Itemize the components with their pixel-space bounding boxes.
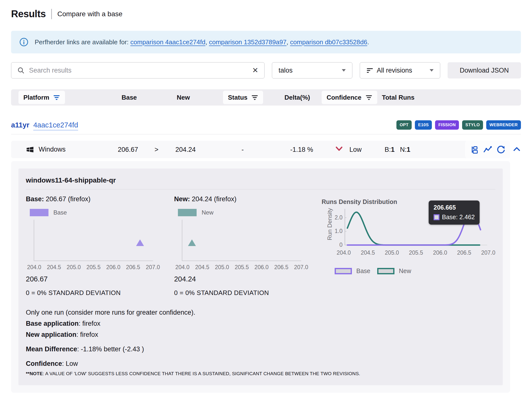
base-stddev: 0 = 0% STANDARD DEVIATION: [26, 289, 174, 297]
base-chart-legend: Base: [30, 209, 174, 216]
filter-icon: [366, 67, 373, 74]
x-axis-tick: 204.0: [27, 264, 41, 271]
info-icon: [19, 38, 28, 46]
column-header-base: Base: [122, 94, 137, 101]
density-plot: Run Density 2.0 1.0 0 206.665 Base: 2.46…: [344, 208, 487, 247]
row-actions: [465, 141, 510, 158]
new-legend-label: New: [202, 209, 213, 216]
chevron-down-icon: [342, 69, 346, 72]
y-axis-tick: 1.0: [328, 228, 343, 234]
comparison-link-1[interactable]: comparison 4aac1ce274fd: [130, 38, 205, 46]
results-table-header: Platform Base New Status Delta(%) Confid…: [11, 89, 521, 106]
clear-search-button[interactable]: ✕: [252, 67, 258, 74]
base-application: Base application: firefox: [26, 320, 495, 327]
base-value: 206.67: [118, 146, 138, 153]
disclaimer-text: : A VALUE OF 'LOW' SUGGESTS LESS CONFIDE…: [43, 371, 360, 376]
x-axis-tick: 205.0: [215, 264, 229, 271]
base-label: Base:: [26, 195, 44, 203]
status-value: -: [242, 146, 244, 153]
x-axis-tick: 206.0: [254, 264, 269, 271]
tag-e10s: E10S: [415, 120, 432, 130]
platform-cell: Windows: [26, 145, 66, 154]
x-axis-tick: 207.0: [294, 264, 308, 271]
new-runs-count: 1: [407, 146, 410, 153]
base-runs-count: 1: [391, 146, 395, 153]
revisions-select[interactable]: All revisions: [360, 62, 440, 78]
x-axis-tick: 205.5: [235, 264, 249, 271]
status-filter-button[interactable]: Status: [223, 91, 263, 104]
page-header: Results Compare with a base: [11, 8, 521, 19]
density-y-axis-label: Run Density: [326, 200, 333, 249]
new-stddev: 0 = 0% STANDARD DEVIATION: [174, 289, 321, 297]
controls-row: ✕ talos All revisions Download JSON: [11, 62, 521, 78]
info-banner: Perfherder links are available for: comp…: [11, 31, 521, 53]
confidence-note-value: : Low: [62, 360, 78, 367]
test-name: windows11-64-shippable-qr: [26, 176, 495, 184]
banner-separator: ,: [205, 38, 209, 46]
page-subtitle: Compare with a base: [57, 10, 123, 18]
x-axis-tick: 206.0: [106, 264, 121, 271]
platform-filter-button[interactable]: Platform: [18, 91, 65, 104]
base-runs-label: B:: [385, 146, 391, 153]
expanded-row-section: windows11-64-shippable-qr Base: 206.67 (…: [11, 161, 510, 393]
new-runs-chart: [182, 220, 301, 261]
column-header-status: Status: [228, 94, 247, 101]
download-json-button[interactable]: Download JSON: [448, 62, 521, 78]
new-application-value: : firefox: [77, 331, 98, 338]
framework-value: talos: [279, 67, 293, 74]
confidence-note: Confidence: Low: [26, 360, 495, 368]
base-mean-value: 206.67: [26, 275, 174, 283]
x-axis-tick: 204.0: [337, 249, 351, 256]
x-axis-tick: 205.0: [385, 249, 399, 256]
base-heading: Base: 206.67 (firefox): [26, 195, 174, 203]
framework-select[interactable]: talos: [272, 62, 352, 78]
only-one-run-note: Only one run (consider more runs for gre…: [26, 309, 495, 316]
comparison-link-3[interactable]: comparison db07c33528d6: [290, 38, 367, 46]
base-run-marker: [136, 239, 144, 246]
density-legend-new-label: New: [399, 267, 411, 275]
x-axis-tick: 205.0: [67, 264, 81, 271]
retrigger-button[interactable]: [496, 145, 505, 154]
confidence-filter-button[interactable]: Confidence: [322, 91, 377, 104]
subtests-icon: [470, 145, 479, 154]
column-header-platform: Platform: [23, 94, 49, 101]
search-icon: [17, 67, 25, 74]
new-chart-x-axis: 204.0 204.5 205.0 205.5 206.0 206.5 207.…: [175, 264, 308, 271]
banner-text: Perfherder links are available for: comp…: [35, 38, 369, 46]
base-application-label: Base application: [26, 320, 79, 327]
collapse-row-button[interactable]: [513, 146, 521, 153]
platform-label: Windows: [39, 146, 66, 153]
graph-button[interactable]: [483, 145, 492, 154]
column-header-delta: Delta(%): [284, 94, 310, 101]
new-chart-legend: New: [178, 209, 321, 216]
x-axis-tick: 206.5: [274, 264, 289, 271]
base-value-text: 206.67 (firefox): [46, 195, 91, 203]
new-value: 204.24: [175, 146, 196, 153]
chevron-down-icon: [430, 69, 434, 72]
comparison-link-2[interactable]: comparison 1352d3789a97: [209, 38, 286, 46]
tag-webrender: WEBRENDER: [486, 120, 521, 130]
column-header-total-runs: Total Runs: [382, 94, 414, 101]
base-application-value: : firefox: [79, 320, 101, 327]
suite-revision-link[interactable]: 4aac1ce274fd: [33, 121, 78, 129]
x-axis-tick: 205.5: [409, 249, 423, 256]
divider: [26, 189, 495, 189]
refresh-icon: [496, 145, 505, 154]
x-axis-tick: 204.5: [47, 264, 61, 271]
delta-value: -1.18 %: [290, 146, 313, 153]
mean-difference: Mean Difference: -1.18% better (-2.43 ): [26, 345, 495, 353]
base-runs-chart: [34, 220, 153, 261]
new-application: New application: firefox: [26, 331, 495, 339]
new-distribution-column: New: 204.24 (firefox) New 204.0 204.5 20…: [174, 195, 321, 307]
x-axis-tick: 204.5: [195, 264, 209, 271]
subtests-button[interactable]: [470, 145, 479, 154]
new-application-label: New application: [26, 331, 77, 338]
density-tooltip: 206.665 Base: 2.462: [429, 201, 480, 225]
title-divider: [51, 9, 52, 19]
search-input[interactable]: [29, 67, 248, 74]
density-chart-x-axis: 204.0 204.5 205.0 205.5 206.0 206.5 207.…: [337, 249, 495, 256]
new-runs-label: N:: [400, 146, 407, 153]
x-axis-tick: 205.5: [86, 264, 101, 271]
tag-opt: OPT: [396, 120, 412, 130]
column-header-new: New: [177, 94, 190, 101]
